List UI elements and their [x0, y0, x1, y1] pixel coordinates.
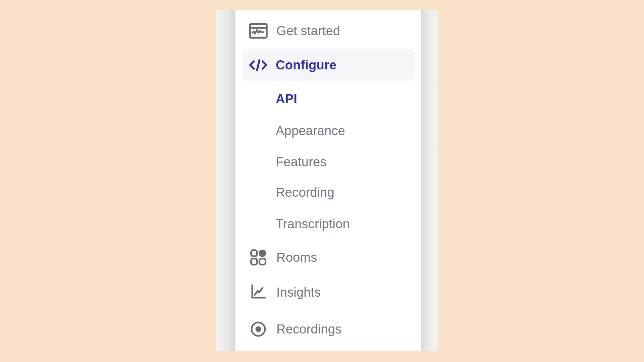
- sidebar-item-label: Get started: [276, 24, 340, 38]
- browser-activity-icon: [249, 22, 268, 39]
- sidebar-subitem-transcription[interactable]: Transcription: [235, 216, 421, 232]
- panel-left-shadow: [216, 10, 235, 351]
- sidebar-subitem-recording[interactable]: Recording: [235, 184, 421, 200]
- sidebar-item-insights[interactable]: Insights: [235, 284, 421, 300]
- sidebar-subitem-label: API: [276, 92, 297, 106]
- sidebar-subitem-features[interactable]: Features: [235, 154, 421, 170]
- sidebar-subitem-label: Features: [276, 155, 327, 169]
- sidebar-subitem-label: Appearance: [276, 124, 345, 138]
- sidebar-item-label: Rooms: [276, 250, 317, 265]
- sidebar-subitem-appearance[interactable]: Appearance: [235, 123, 421, 139]
- code-icon: [248, 57, 268, 73]
- sidebar-subitem-label: Transcription: [276, 217, 350, 231]
- sidebar-subitem-label: Recording: [276, 185, 334, 200]
- record-icon: [249, 321, 268, 338]
- sidebar-item-label: Configure: [276, 58, 336, 72]
- sidebar-item-get-started[interactable]: Get started: [235, 23, 421, 39]
- sidebar-item-label: Recordings: [276, 322, 341, 337]
- sidebar-item-label: Insights: [276, 285, 321, 300]
- sidebar: Get started Configure API Appearance Fea…: [235, 10, 421, 351]
- sidebar-subitem-api[interactable]: API: [235, 91, 421, 107]
- chart-line-icon: [249, 284, 268, 301]
- sidebar-item-rooms[interactable]: Rooms: [235, 249, 421, 265]
- sidebar-item-recordings[interactable]: Recordings: [235, 321, 421, 337]
- sidebar-item-configure[interactable]: Configure: [242, 49, 415, 81]
- grid-icon: [249, 249, 268, 266]
- zoomed-screen-region: Get started Configure API Appearance Fea…: [0, 0, 644, 362]
- panel-right-shadow: [421, 10, 438, 351]
